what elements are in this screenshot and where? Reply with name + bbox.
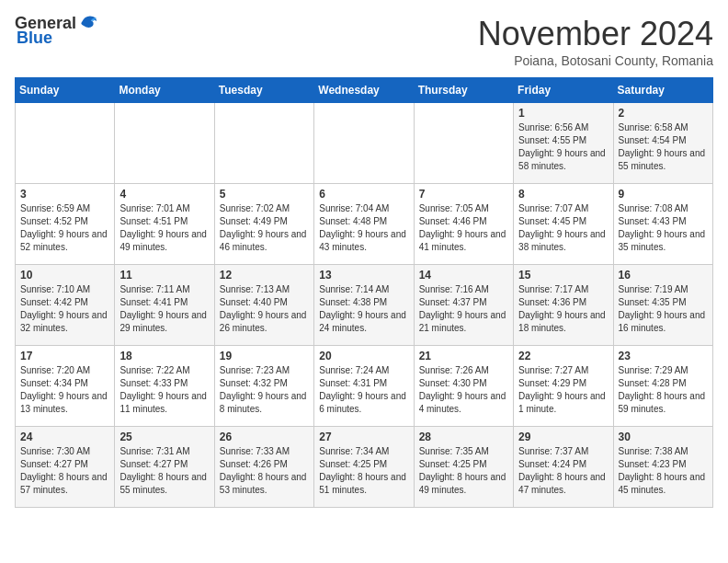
- day-number: 9: [619, 188, 708, 201]
- day-info: Sunrise: 7:34 AM Sunset: 4:25 PM Dayligh…: [319, 445, 408, 497]
- header-saturday: Saturday: [613, 78, 712, 103]
- day-number: 26: [220, 431, 309, 443]
- table-row: 9Sunrise: 7:08 AM Sunset: 4:43 PM Daylig…: [613, 184, 712, 265]
- day-number: 6: [319, 188, 408, 201]
- day-info: Sunrise: 7:37 AM Sunset: 4:24 PM Dayligh…: [518, 445, 608, 497]
- day-info: Sunrise: 7:05 AM Sunset: 4:46 PM Dayligh…: [419, 202, 508, 254]
- table-row: 14Sunrise: 7:16 AM Sunset: 4:37 PM Dayli…: [414, 265, 513, 346]
- table-row: 25Sunrise: 7:31 AM Sunset: 4:27 PM Dayli…: [115, 427, 214, 508]
- day-number: 27: [319, 431, 408, 443]
- day-info: Sunrise: 7:35 AM Sunset: 4:25 PM Dayligh…: [419, 445, 508, 497]
- location: Poiana, Botosani County, Romania: [478, 53, 713, 68]
- day-number: 19: [220, 350, 309, 362]
- day-number: 10: [20, 269, 109, 282]
- title-block: November 2024 Poiana, Botosani County, R…: [478, 15, 713, 68]
- day-number: 30: [619, 431, 708, 443]
- day-number: 29: [518, 431, 608, 443]
- table-row: 30Sunrise: 7:38 AM Sunset: 4:23 PM Dayli…: [613, 427, 712, 508]
- day-number: 28: [419, 431, 508, 443]
- day-info: Sunrise: 6:59 AM Sunset: 4:52 PM Dayligh…: [20, 202, 109, 254]
- day-number: 18: [119, 350, 209, 362]
- day-number: 4: [119, 188, 209, 201]
- day-info: Sunrise: 7:29 AM Sunset: 4:28 PM Dayligh…: [619, 364, 708, 416]
- table-row: 28Sunrise: 7:35 AM Sunset: 4:25 PM Dayli…: [414, 427, 513, 508]
- day-info: Sunrise: 7:13 AM Sunset: 4:40 PM Dayligh…: [220, 283, 309, 335]
- table-row: 22Sunrise: 7:27 AM Sunset: 4:29 PM Dayli…: [514, 346, 613, 427]
- week-row-2: 3Sunrise: 6:59 AM Sunset: 4:52 PM Daylig…: [16, 184, 713, 265]
- week-row-4: 17Sunrise: 7:20 AM Sunset: 4:34 PM Dayli…: [16, 346, 713, 427]
- table-row: 4Sunrise: 7:01 AM Sunset: 4:51 PM Daylig…: [115, 184, 214, 265]
- day-info: Sunrise: 7:02 AM Sunset: 4:49 PM Dayligh…: [220, 202, 309, 254]
- table-row: 16Sunrise: 7:19 AM Sunset: 4:35 PM Dayli…: [613, 265, 712, 346]
- day-info: Sunrise: 7:38 AM Sunset: 4:23 PM Dayligh…: [619, 445, 708, 497]
- day-number: 24: [20, 431, 109, 443]
- table-row: 5Sunrise: 7:02 AM Sunset: 4:49 PM Daylig…: [214, 184, 313, 265]
- table-row: [115, 103, 214, 184]
- day-number: 20: [319, 350, 408, 362]
- header-sunday: Sunday: [16, 78, 115, 103]
- table-row: 27Sunrise: 7:34 AM Sunset: 4:25 PM Dayli…: [314, 427, 414, 508]
- day-info: Sunrise: 6:56 AM Sunset: 4:55 PM Dayligh…: [518, 121, 608, 173]
- day-number: 17: [20, 350, 109, 362]
- header-friday: Friday: [514, 78, 613, 103]
- header-thursday: Thursday: [414, 78, 513, 103]
- day-number: 23: [619, 350, 708, 362]
- day-info: Sunrise: 6:58 AM Sunset: 4:54 PM Dayligh…: [619, 121, 708, 173]
- table-row: 17Sunrise: 7:20 AM Sunset: 4:34 PM Dayli…: [16, 346, 115, 427]
- day-info: Sunrise: 7:11 AM Sunset: 4:41 PM Dayligh…: [119, 283, 209, 335]
- table-row: 29Sunrise: 7:37 AM Sunset: 4:24 PM Dayli…: [514, 427, 613, 508]
- day-number: 2: [619, 107, 708, 120]
- day-info: Sunrise: 7:30 AM Sunset: 4:27 PM Dayligh…: [20, 445, 109, 497]
- table-row: 24Sunrise: 7:30 AM Sunset: 4:27 PM Dayli…: [16, 427, 115, 508]
- day-number: 22: [518, 350, 608, 362]
- day-info: Sunrise: 7:10 AM Sunset: 4:42 PM Dayligh…: [20, 283, 109, 335]
- day-info: Sunrise: 7:24 AM Sunset: 4:31 PM Dayligh…: [319, 364, 408, 416]
- header-tuesday: Tuesday: [214, 78, 313, 103]
- week-row-3: 10Sunrise: 7:10 AM Sunset: 4:42 PM Dayli…: [16, 265, 713, 346]
- table-row: 23Sunrise: 7:29 AM Sunset: 4:28 PM Dayli…: [613, 346, 712, 427]
- week-row-5: 24Sunrise: 7:30 AM Sunset: 4:27 PM Dayli…: [16, 427, 713, 508]
- logo-blue: Blue: [17, 29, 52, 48]
- table-row: 19Sunrise: 7:23 AM Sunset: 4:32 PM Dayli…: [214, 346, 313, 427]
- table-row: 1Sunrise: 6:56 AM Sunset: 4:55 PM Daylig…: [514, 103, 613, 184]
- calendar-body: 1Sunrise: 6:56 AM Sunset: 4:55 PM Daylig…: [16, 103, 713, 508]
- logo-bird-icon: [78, 13, 98, 31]
- day-info: Sunrise: 7:19 AM Sunset: 4:35 PM Dayligh…: [619, 283, 708, 335]
- table-row: 10Sunrise: 7:10 AM Sunset: 4:42 PM Dayli…: [16, 265, 115, 346]
- day-info: Sunrise: 7:14 AM Sunset: 4:38 PM Dayligh…: [319, 283, 408, 335]
- table-row: 7Sunrise: 7:05 AM Sunset: 4:46 PM Daylig…: [414, 184, 513, 265]
- table-row: 11Sunrise: 7:11 AM Sunset: 4:41 PM Dayli…: [115, 265, 214, 346]
- table-row: 13Sunrise: 7:14 AM Sunset: 4:38 PM Dayli…: [314, 265, 414, 346]
- table-row: 6Sunrise: 7:04 AM Sunset: 4:48 PM Daylig…: [314, 184, 414, 265]
- table-row: [16, 103, 115, 184]
- table-row: 12Sunrise: 7:13 AM Sunset: 4:40 PM Dayli…: [214, 265, 313, 346]
- day-info: Sunrise: 7:22 AM Sunset: 4:33 PM Dayligh…: [119, 364, 209, 416]
- day-info: Sunrise: 7:17 AM Sunset: 4:36 PM Dayligh…: [518, 283, 608, 335]
- day-info: Sunrise: 7:33 AM Sunset: 4:26 PM Dayligh…: [220, 445, 309, 497]
- day-info: Sunrise: 7:04 AM Sunset: 4:48 PM Dayligh…: [319, 202, 408, 254]
- day-info: Sunrise: 7:23 AM Sunset: 4:32 PM Dayligh…: [220, 364, 309, 416]
- day-number: 13: [319, 269, 408, 282]
- table-row: 8Sunrise: 7:07 AM Sunset: 4:45 PM Daylig…: [514, 184, 613, 265]
- header-wednesday: Wednesday: [314, 78, 414, 103]
- day-number: 11: [119, 269, 209, 282]
- day-number: 16: [619, 269, 708, 282]
- calendar-header: SundayMondayTuesdayWednesdayThursdayFrid…: [16, 78, 713, 103]
- day-info: Sunrise: 7:31 AM Sunset: 4:27 PM Dayligh…: [119, 445, 209, 497]
- calendar-table: SundayMondayTuesdayWednesdayThursdayFrid…: [15, 77, 713, 508]
- table-row: 15Sunrise: 7:17 AM Sunset: 4:36 PM Dayli…: [514, 265, 613, 346]
- day-info: Sunrise: 7:27 AM Sunset: 4:29 PM Dayligh…: [518, 364, 608, 416]
- day-number: 14: [419, 269, 508, 282]
- day-info: Sunrise: 7:26 AM Sunset: 4:30 PM Dayligh…: [419, 364, 508, 416]
- day-number: 8: [518, 188, 608, 201]
- day-number: 7: [419, 188, 508, 201]
- day-number: 25: [119, 431, 209, 443]
- header-row: SundayMondayTuesdayWednesdayThursdayFrid…: [16, 78, 713, 103]
- day-number: 21: [419, 350, 508, 362]
- table-row: 26Sunrise: 7:33 AM Sunset: 4:26 PM Dayli…: [214, 427, 313, 508]
- page-header: General Blue November 2024 Poiana, Botos…: [15, 15, 713, 68]
- table-row: 20Sunrise: 7:24 AM Sunset: 4:31 PM Dayli…: [314, 346, 414, 427]
- day-info: Sunrise: 7:01 AM Sunset: 4:51 PM Dayligh…: [119, 202, 209, 254]
- table-row: 2Sunrise: 6:58 AM Sunset: 4:54 PM Daylig…: [613, 103, 712, 184]
- table-row: [414, 103, 513, 184]
